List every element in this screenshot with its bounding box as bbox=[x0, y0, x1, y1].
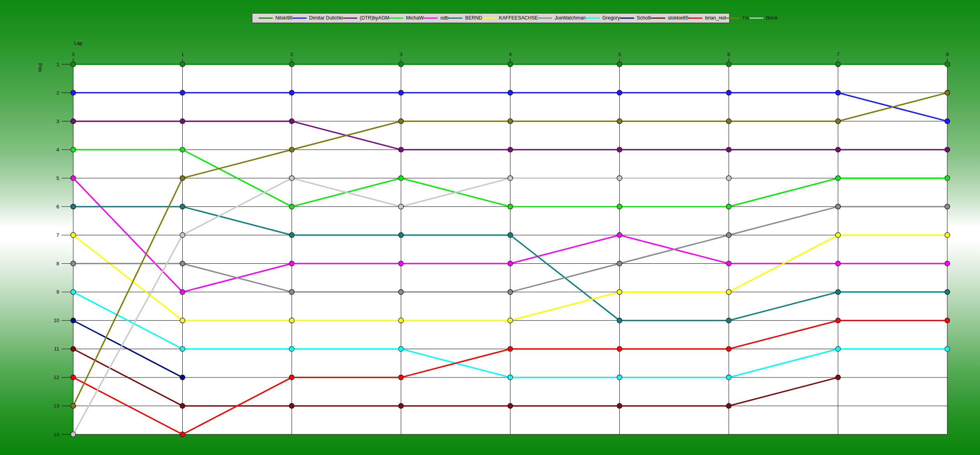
data-point-dtr-byagm-lap3 bbox=[398, 147, 404, 152]
legend-item-michaw[interactable]: MichaW bbox=[389, 16, 423, 21]
data-point-bernd-lap4 bbox=[508, 233, 513, 238]
legend-item-dimitar-dulichki[interactable]: Dimitar Dulichki bbox=[293, 16, 343, 21]
data-point-bordi-lap0 bbox=[71, 432, 76, 437]
data-point-michaw-lap3 bbox=[398, 176, 404, 181]
legend-swatch-kaffeesachse bbox=[482, 18, 496, 19]
legend-item-dtr-byagm[interactable]: (DTR)byAGM bbox=[343, 16, 390, 21]
legend-item-scholli[interactable]: Scholli bbox=[620, 16, 651, 21]
legend-swatch-michaw bbox=[389, 18, 403, 19]
data-point-gregory-lap3 bbox=[398, 346, 404, 351]
legend-item-nilski98[interactable]: Nilski98 bbox=[259, 16, 293, 21]
data-point-bernd-lap1 bbox=[180, 204, 185, 209]
legend-item-stokkie65[interactable]: stokkie65 bbox=[651, 16, 689, 21]
x-tick-label: 4 bbox=[509, 51, 511, 57]
data-point-scholli-lap1 bbox=[180, 375, 185, 380]
data-point-nilski98-lap0 bbox=[71, 62, 76, 67]
data-point-joewatchman-lap1 bbox=[180, 261, 185, 266]
data-point-stokkie65-lap3 bbox=[398, 403, 404, 408]
data-point-gregory-lap7 bbox=[835, 346, 841, 351]
y-tick-label: 4 bbox=[56, 147, 59, 153]
data-point-fin-lap1 bbox=[180, 176, 185, 181]
data-point-dimitar-dulichki-lap5 bbox=[617, 90, 622, 95]
data-point-dtr-byagm-lap8 bbox=[945, 147, 950, 152]
y-tick-label: 2 bbox=[56, 90, 59, 96]
y-tick-label: 7 bbox=[56, 232, 59, 238]
data-point-nilski98-lap5 bbox=[617, 62, 622, 67]
y-tick-label: 9 bbox=[56, 289, 59, 295]
data-point-nilski98-lap8 bbox=[945, 62, 950, 67]
legend-swatch-bernd bbox=[448, 18, 462, 19]
data-point-gregory-lap5 bbox=[617, 375, 622, 380]
legend-item-odb[interactable]: odb bbox=[423, 16, 448, 21]
data-point-bernd-lap2 bbox=[289, 233, 294, 238]
data-point-gregory-lap0 bbox=[71, 289, 76, 295]
data-point-michaw-lap6 bbox=[726, 204, 731, 209]
data-point-bernd-lap5 bbox=[617, 318, 622, 323]
data-point-michaw-lap2 bbox=[289, 204, 294, 209]
position-line-chart: 0123456781234567891011121314 bbox=[0, 0, 980, 455]
y-tick-label: 12 bbox=[54, 374, 59, 380]
data-point-joewatchman-lap2 bbox=[289, 289, 294, 295]
data-point-dtr-byagm-lap6 bbox=[726, 147, 731, 152]
data-point-joewatchman-lap6 bbox=[726, 233, 731, 238]
legend-swatch-stokkie65 bbox=[651, 18, 665, 19]
data-point-dimitar-dulichki-lap8 bbox=[945, 119, 950, 124]
y-tick-label: 6 bbox=[56, 204, 59, 210]
data-point-nilski98-lap4 bbox=[508, 62, 513, 67]
legend-item-bernd[interactable]: BERND bbox=[448, 16, 482, 21]
data-point-fin-lap8 bbox=[945, 90, 950, 95]
legend-label: JoeWatchman bbox=[555, 16, 585, 21]
data-point-bordi-lap2 bbox=[289, 176, 294, 181]
data-point-brian-red-lap0 bbox=[71, 375, 76, 380]
data-point-fin-lap0 bbox=[71, 403, 76, 408]
legend-item-gregory[interactable]: Gregory bbox=[586, 16, 620, 21]
data-point-dtr-byagm-lap5 bbox=[617, 147, 622, 152]
data-point-dimitar-dulichki-lap1 bbox=[180, 90, 185, 95]
data-point-gregory-lap1 bbox=[180, 346, 185, 351]
legend-label: stokkie65 bbox=[668, 16, 689, 21]
legend-swatch-fin bbox=[726, 18, 740, 19]
data-point-bernd-lap0 bbox=[71, 204, 76, 209]
data-point-bordi-lap5 bbox=[617, 176, 622, 181]
data-point-fin-lap7 bbox=[835, 119, 841, 124]
data-point-dimitar-dulichki-lap6 bbox=[726, 90, 731, 95]
data-point-fin-lap6 bbox=[726, 119, 731, 124]
x-tick-label: 3 bbox=[400, 51, 402, 57]
data-point-michaw-lap7 bbox=[835, 176, 841, 181]
legend-item-kaffeesachse[interactable]: KAFFEESACHSE bbox=[482, 16, 538, 21]
legend-item-bordi[interactable]: Bordi bbox=[749, 16, 777, 21]
legend-item-brian-red[interactable]: brian_red bbox=[688, 16, 726, 21]
data-point-kaffeesachse-lap5 bbox=[617, 289, 622, 295]
data-point-dtr-byagm-lap7 bbox=[835, 147, 841, 152]
data-point-odb-lap7 bbox=[835, 261, 841, 266]
data-point-odb-lap8 bbox=[945, 261, 950, 266]
data-point-joewatchman-lap8 bbox=[945, 204, 950, 209]
legend-swatch-dtr-byagm bbox=[343, 18, 357, 19]
data-point-brian-red-lap4 bbox=[508, 346, 513, 351]
data-point-kaffeesachse-lap4 bbox=[508, 318, 513, 323]
data-point-michaw-lap5 bbox=[617, 204, 622, 209]
legend-swatch-dimitar-dulichki bbox=[293, 18, 307, 19]
data-point-kaffeesachse-lap8 bbox=[945, 233, 950, 238]
legend-item-joewatchman[interactable]: JoeWatchman bbox=[538, 16, 585, 21]
y-tick-label: 3 bbox=[56, 118, 59, 124]
data-point-dtr-byagm-lap0 bbox=[71, 119, 76, 124]
y-tick-label: 1 bbox=[56, 62, 59, 67]
data-point-joewatchman-lap3 bbox=[398, 289, 404, 295]
data-point-fin-lap4 bbox=[508, 119, 513, 124]
x-tick-label: 7 bbox=[837, 51, 839, 57]
legend-swatch-joewatchman bbox=[538, 18, 552, 19]
data-point-kaffeesachse-lap2 bbox=[289, 318, 294, 323]
legend-item-fin[interactable]: Fin bbox=[726, 16, 749, 21]
legend-label: Scholli bbox=[637, 16, 651, 21]
data-point-brian-red-lap6 bbox=[726, 346, 731, 351]
data-point-michaw-lap0 bbox=[71, 147, 76, 152]
data-point-dimitar-dulichki-lap4 bbox=[508, 90, 513, 95]
data-point-brian-red-lap8 bbox=[945, 318, 950, 323]
data-point-bernd-lap3 bbox=[398, 233, 404, 238]
data-point-stokkie65-lap6 bbox=[726, 403, 731, 408]
data-point-dimitar-dulichki-lap7 bbox=[835, 90, 841, 95]
data-point-kaffeesachse-lap6 bbox=[726, 289, 731, 295]
data-point-odb-lap6 bbox=[726, 261, 731, 266]
data-point-stokkie65-lap1 bbox=[180, 403, 185, 408]
